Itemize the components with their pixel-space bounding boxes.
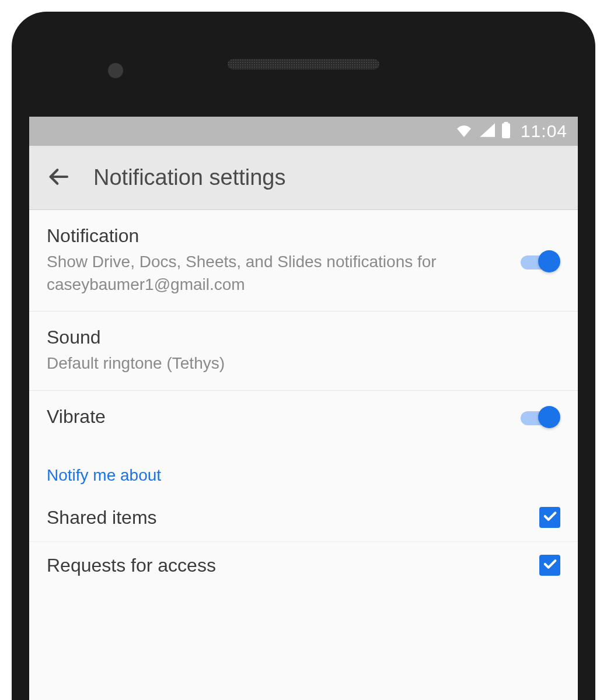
setting-text: Vibrate bbox=[47, 406, 521, 428]
phone-frame: 11:04 Notification settings Notification… bbox=[12, 12, 595, 700]
arrow-back-icon bbox=[47, 165, 70, 191]
checkbox-label: Requests for access bbox=[47, 555, 539, 576]
page-title: Notification settings bbox=[93, 165, 286, 190]
setting-subtitle: Default ringtone (Tethys) bbox=[47, 352, 467, 374]
shared-items-checkbox[interactable] bbox=[539, 507, 560, 528]
requests-access-checkbox[interactable] bbox=[539, 555, 560, 576]
setting-text: Sound Default ringtone (Tethys) bbox=[47, 327, 560, 374]
signal-icon bbox=[479, 123, 495, 139]
status-bar: 11:04 bbox=[29, 117, 578, 146]
toggle-thumb bbox=[538, 250, 560, 272]
setting-text: Notification Show Drive, Docs, Sheets, a… bbox=[47, 225, 521, 296]
setting-notification[interactable]: Notification Show Drive, Docs, Sheets, a… bbox=[29, 210, 578, 312]
setting-vibrate[interactable]: Vibrate bbox=[29, 391, 578, 443]
back-button[interactable] bbox=[47, 165, 70, 191]
notify-shared-items[interactable]: Shared items bbox=[29, 494, 578, 541]
screen: 11:04 Notification settings Notification… bbox=[29, 117, 578, 700]
setting-title: Vibrate bbox=[47, 406, 521, 428]
checkbox-label: Shared items bbox=[47, 507, 539, 528]
section-header-notify: Notify me about bbox=[29, 443, 578, 494]
setting-title: Sound bbox=[47, 327, 560, 348]
setting-title: Notification bbox=[47, 225, 521, 247]
wifi-icon bbox=[455, 123, 473, 139]
setting-subtitle: Show Drive, Docs, Sheets, and Slides not… bbox=[47, 250, 467, 296]
svg-rect-1 bbox=[502, 123, 510, 138]
checkbox-label-wrapper: Requests for access bbox=[47, 555, 539, 576]
battery-icon bbox=[501, 122, 511, 141]
status-time: 11:04 bbox=[521, 121, 567, 141]
phone-camera bbox=[108, 63, 123, 78]
setting-sound[interactable]: Sound Default ringtone (Tethys) bbox=[29, 312, 578, 390]
app-bar: Notification settings bbox=[29, 146, 578, 210]
vibrate-toggle[interactable] bbox=[521, 406, 560, 427]
check-icon bbox=[542, 508, 558, 527]
phone-speaker bbox=[228, 59, 379, 69]
check-icon bbox=[542, 556, 558, 575]
toggle-thumb bbox=[538, 406, 560, 428]
notification-toggle[interactable] bbox=[521, 250, 560, 271]
settings-list: Notification Show Drive, Docs, Sheets, a… bbox=[29, 210, 578, 589]
notify-requests-access[interactable]: Requests for access bbox=[29, 542, 578, 589]
checkbox-label-wrapper: Shared items bbox=[47, 507, 539, 528]
phone-bezel-top bbox=[12, 12, 595, 117]
